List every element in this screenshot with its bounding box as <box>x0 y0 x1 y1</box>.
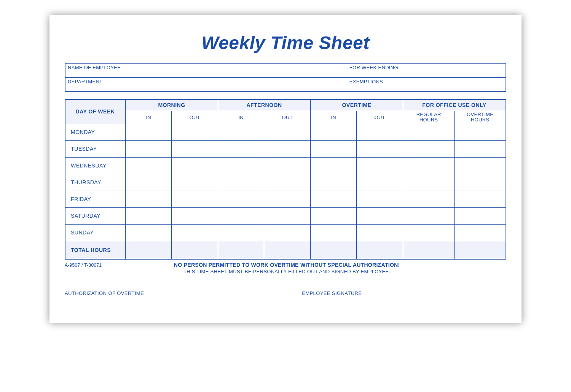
form-code: A-9507 / T-30071 <box>65 262 102 268</box>
cell-overtime-in[interactable] <box>310 157 357 174</box>
day-label: SUNDAY <box>65 224 125 241</box>
form-title: Weekly Time Sheet <box>65 32 506 53</box>
table-row: THURSDAY <box>65 174 506 191</box>
info-box: NAME OF EMPLOYEE FOR WEEK ENDING DEPARTM… <box>65 63 506 92</box>
cell-morning-out[interactable] <box>172 124 218 140</box>
cell-overtime-hours[interactable] <box>455 224 506 241</box>
cell-morning-in[interactable] <box>125 140 172 157</box>
timesheet-form: Weekly Time Sheet NAME OF EMPLOYEE FOR W… <box>49 15 522 323</box>
total-afternoon-out <box>264 241 311 259</box>
timesheet-body: MONDAY TUESDAY WEDNESDAY THURSDAY FRIDAY… <box>65 124 506 259</box>
department-field[interactable]: DEPARTMENT <box>65 78 347 91</box>
total-regular-hours <box>403 241 454 259</box>
cell-morning-in[interactable] <box>125 157 172 174</box>
cell-regular-hours[interactable] <box>403 174 454 191</box>
cell-afternoon-out[interactable] <box>264 157 311 174</box>
cell-overtime-in[interactable] <box>310 124 357 140</box>
cell-morning-in[interactable] <box>125 191 172 207</box>
cell-overtime-in[interactable] <box>310 174 357 191</box>
cell-morning-out[interactable] <box>172 224 218 241</box>
cell-afternoon-in[interactable] <box>218 174 264 191</box>
header-day: DAY OF WEEK <box>65 99 125 124</box>
cell-overtime-out[interactable] <box>357 174 403 191</box>
cell-afternoon-in[interactable] <box>218 157 264 174</box>
signature-row: AUTHORIZATION OF OVERTIME EMPLOYEE SIGNA… <box>65 290 506 296</box>
cell-overtime-out[interactable] <box>357 191 403 207</box>
cell-overtime-out[interactable] <box>357 224 403 241</box>
exemptions-field[interactable]: EXEMPTIONS <box>347 78 506 91</box>
cell-regular-hours[interactable] <box>403 224 454 241</box>
employee-signature-label: EMPLOYEE SIGNATURE <box>302 290 362 296</box>
cell-regular-hours[interactable] <box>403 140 454 157</box>
cell-afternoon-in[interactable] <box>218 224 264 241</box>
header-afternoon: AFTERNOON <box>218 99 310 111</box>
cell-overtime-out[interactable] <box>357 157 403 174</box>
cell-afternoon-out[interactable] <box>264 140 311 157</box>
authorization-label: AUTHORIZATION OF OVERTIME <box>65 290 144 296</box>
day-label: THURSDAY <box>65 174 125 191</box>
cell-morning-out[interactable] <box>172 174 218 191</box>
total-morning-in <box>125 241 172 259</box>
cell-morning-in[interactable] <box>125 124 172 140</box>
cell-regular-hours[interactable] <box>403 207 454 224</box>
header-overtime: OVERTIME <box>310 99 403 111</box>
cell-afternoon-in[interactable] <box>218 191 264 207</box>
day-label: MONDAY <box>65 124 125 140</box>
cell-overtime-hours[interactable] <box>455 124 506 140</box>
cell-overtime-hours[interactable] <box>455 140 506 157</box>
authorization-line[interactable] <box>146 291 294 296</box>
header-morning-in: IN <box>125 111 172 124</box>
table-row: TUESDAY <box>65 140 506 157</box>
cell-overtime-hours[interactable] <box>455 157 506 174</box>
day-label: WEDNESDAY <box>65 157 125 174</box>
cell-afternoon-in[interactable] <box>218 124 264 140</box>
cell-afternoon-out[interactable] <box>264 224 311 241</box>
total-overtime-out <box>357 241 403 259</box>
cell-overtime-hours[interactable] <box>455 191 506 207</box>
cell-afternoon-out[interactable] <box>264 124 311 140</box>
cell-afternoon-in[interactable] <box>218 140 264 157</box>
cell-morning-out[interactable] <box>172 157 218 174</box>
table-row: MONDAY <box>65 124 506 140</box>
cell-afternoon-out[interactable] <box>264 174 311 191</box>
cell-morning-in[interactable] <box>125 207 172 224</box>
employee-name-field[interactable]: NAME OF EMPLOYEE <box>65 64 347 77</box>
cell-afternoon-out[interactable] <box>264 191 311 207</box>
cell-overtime-out[interactable] <box>357 140 403 157</box>
cell-morning-in[interactable] <box>125 224 172 241</box>
cell-afternoon-out[interactable] <box>264 207 311 224</box>
cell-overtime-out[interactable] <box>357 207 403 224</box>
total-label: TOTAL HOURS <box>65 241 125 259</box>
footer-row: A-9507 / T-30071 NO PERSON PERMITTED TO … <box>65 262 506 274</box>
cell-regular-hours[interactable] <box>403 157 454 174</box>
cell-regular-hours[interactable] <box>403 191 454 207</box>
header-morning-out: OUT <box>172 111 218 124</box>
table-row: WEDNESDAY <box>65 157 506 174</box>
cell-overtime-out[interactable] <box>357 124 403 140</box>
total-overtime-in <box>310 241 357 259</box>
table-row: SATURDAY <box>65 207 506 224</box>
cell-overtime-hours[interactable] <box>455 207 506 224</box>
table-row: FRIDAY <box>65 191 506 207</box>
day-label: FRIDAY <box>65 191 125 207</box>
cell-overtime-hours[interactable] <box>455 174 506 191</box>
table-row: SUNDAY <box>65 224 506 241</box>
header-afternoon-out: OUT <box>264 111 311 124</box>
header-morning: MORNING <box>125 99 218 111</box>
header-regular-hours: REGULARHOURS <box>403 111 454 124</box>
cell-overtime-in[interactable] <box>310 140 357 157</box>
cell-overtime-in[interactable] <box>310 207 357 224</box>
total-overtime-hours <box>455 241 506 259</box>
cell-morning-in[interactable] <box>125 174 172 191</box>
cell-regular-hours[interactable] <box>403 124 454 140</box>
total-afternoon-in <box>218 241 264 259</box>
week-ending-field[interactable]: FOR WEEK ENDING <box>347 64 506 77</box>
total-morning-out <box>172 241 218 259</box>
cell-overtime-in[interactable] <box>310 224 357 241</box>
cell-morning-out[interactable] <box>172 140 218 157</box>
cell-overtime-in[interactable] <box>310 191 357 207</box>
cell-morning-out[interactable] <box>172 191 218 207</box>
employee-signature-line[interactable] <box>364 291 506 296</box>
cell-morning-out[interactable] <box>172 207 218 224</box>
cell-afternoon-in[interactable] <box>218 207 264 224</box>
